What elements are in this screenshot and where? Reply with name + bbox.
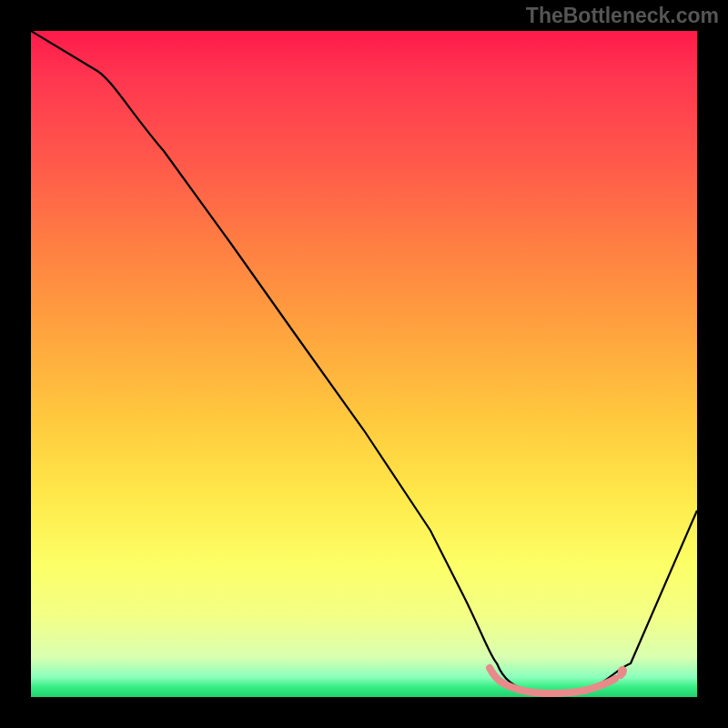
chart-svg	[31, 31, 697, 697]
watermark-text: TheBottleneck.com	[526, 4, 719, 28]
bottleneck-curve-line	[31, 31, 697, 693]
chart-plot-area	[31, 31, 697, 697]
highlight-end-dot	[618, 666, 627, 675]
